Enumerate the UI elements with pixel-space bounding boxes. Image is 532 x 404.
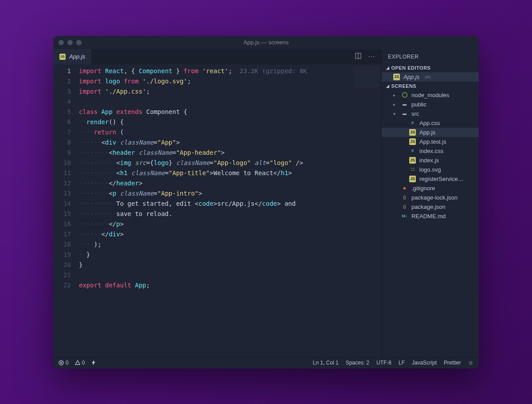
close-traffic[interactable] (59, 40, 64, 45)
status-errors[interactable]: 0 (59, 360, 69, 366)
minimize-traffic[interactable] (67, 40, 73, 45)
git-file-icon: ◆ (401, 185, 408, 192)
tab-bar: JS App.js ⋯ (53, 49, 381, 64)
status-encoding[interactable]: UTF-8 (376, 360, 391, 366)
titlebar: App.js — screens (53, 36, 479, 49)
traffic-lights (59, 40, 82, 45)
line-gutter: 12345678910111213141516171819202122 (53, 64, 79, 357)
tree-item-label: package.json (411, 204, 446, 210)
tree-item-label: node_modules (411, 92, 449, 98)
status-bar: 0 0 Ln 1, Col 1 Spaces: 2 UTF-8 LF JavaS… (53, 357, 479, 369)
tree-item-public[interactable]: ▸▬public (382, 100, 479, 109)
js-file-icon: JS (409, 138, 416, 145)
tree-item-label: App.test.js (419, 138, 446, 145)
status-language[interactable]: JavaScript (412, 360, 437, 366)
tree-item-app-test-js[interactable]: JSApp.test.js (382, 137, 479, 146)
js-file-icon: JS (393, 74, 400, 80)
tab-app-js[interactable]: JS App.js (53, 49, 92, 64)
css-file-icon: # (409, 148, 416, 154)
tree-item-node-modules[interactable]: ▸node_modules (382, 90, 479, 100)
chevron-icon: ▸ (393, 102, 398, 107)
more-actions-icon[interactable]: ⋯ (368, 52, 375, 61)
md-file-icon: M↓ (401, 213, 408, 220)
tree-item-src[interactable]: ▾▬src (382, 109, 479, 118)
project-section[interactable]: ◢SCREENS (382, 82, 479, 90)
js-file-icon: JS (409, 176, 416, 182)
tree-item-registerservice-[interactable]: JSregisterService… (382, 174, 479, 184)
status-cursor-pos[interactable]: Ln 1, Col 1 (313, 360, 339, 366)
tree-item-index-js[interactable]: JSindex.js (382, 156, 479, 165)
vscode-window: App.js — screens JS App.js ⋯ 12345678910… (53, 36, 479, 369)
zoom-traffic[interactable] (76, 40, 82, 45)
sidebar-title: EXPLORER (382, 52, 479, 63)
js-file-icon: JS (409, 129, 416, 136)
code-content[interactable]: import React, { Component } from 'react'… (79, 64, 381, 357)
tree-item-readme-md[interactable]: M↓README.md (382, 212, 479, 221)
status-action[interactable] (91, 360, 96, 366)
tree-item-label: .gitignore (411, 185, 435, 192)
tree-item-label: logo.svg (419, 166, 441, 173)
chevron-icon: ▸ (393, 93, 398, 98)
tree-item-label: registerService… (419, 176, 464, 182)
node-icon (401, 92, 408, 98)
code-editor[interactable]: 12345678910111213141516171819202122 impo… (53, 64, 381, 357)
css-file-icon: # (409, 120, 416, 126)
tree-item-label: index.css (419, 148, 443, 154)
tree-item-label: App.js (419, 129, 435, 136)
svg-file-icon: ⬡ (409, 166, 416, 173)
tab-label: App.js (69, 53, 85, 60)
js-file-icon: JS (409, 157, 416, 164)
tree-item-package-json[interactable]: {}package.json (382, 202, 479, 212)
tree-item-index-css[interactable]: #index.css (382, 146, 479, 156)
open-editors-section[interactable]: ◢OPEN EDITORS (382, 63, 479, 72)
explorer-sidebar: EXPLORER ◢OPEN EDITORS JS App.js src ◢SC… (381, 49, 479, 357)
tree-item-app-js[interactable]: JSApp.js (382, 128, 479, 137)
tree-item-package-lock-json[interactable]: {}package-lock.json (382, 193, 479, 202)
tree-item-label: public (411, 101, 426, 108)
status-warnings[interactable]: 0 (75, 360, 85, 366)
js-file-icon: JS (59, 54, 66, 60)
tree-item-label: package-lock.json (411, 194, 458, 201)
tree-item-label: src (411, 110, 419, 117)
status-formatter[interactable]: Prettier (444, 360, 461, 366)
tree-item-label: App.css (419, 120, 440, 126)
folder-icon: ▬ (401, 110, 408, 117)
tree-item-logo-svg[interactable]: ⬡logo.svg (382, 165, 479, 174)
tree-item-label: index.js (419, 157, 439, 164)
json-file-icon: {} (401, 194, 408, 201)
tree-item-app-css[interactable]: #App.css (382, 118, 479, 128)
editor-group: JS App.js ⋯ 1234567891011121314151617181… (53, 49, 381, 357)
open-editor-item[interactable]: JS App.js src (382, 72, 479, 82)
tree-item-label: README.md (411, 213, 446, 220)
status-eol[interactable]: LF (399, 360, 405, 366)
split-editor-icon[interactable] (355, 52, 362, 61)
window-title: App.js — screens (243, 39, 289, 46)
status-feedback-icon[interactable]: ☺ (468, 360, 473, 366)
chevron-icon: ▾ (393, 111, 398, 116)
folder-icon: ▬ (401, 101, 408, 108)
json-file-icon: {} (401, 204, 408, 210)
tree-item--gitignore[interactable]: ◆.gitignore (382, 184, 479, 193)
status-indent[interactable]: Spaces: 2 (346, 360, 369, 366)
minimap[interactable] (353, 66, 379, 88)
